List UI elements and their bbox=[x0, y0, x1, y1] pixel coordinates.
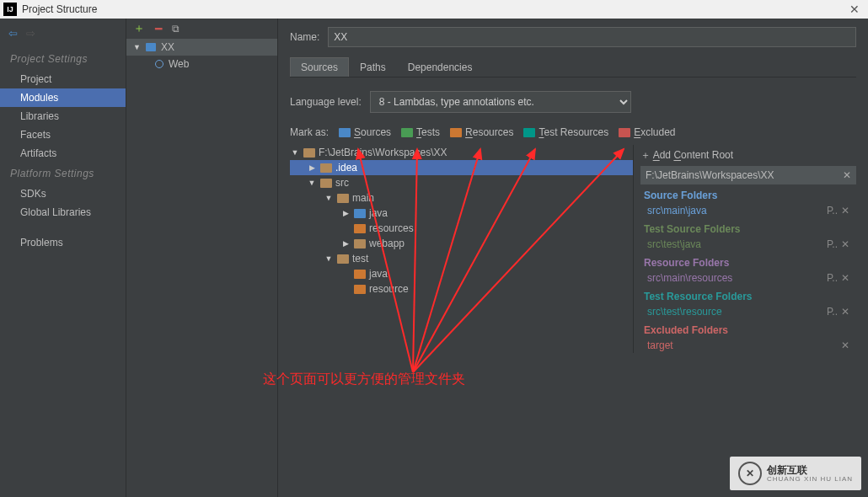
chevron-icon: ▶ bbox=[340, 239, 351, 248]
folder-row[interactable]: ▶java bbox=[290, 206, 633, 221]
mark-as-label: Mark as: bbox=[290, 126, 329, 138]
root-entry[interactable]: src\main\javaP..✕ bbox=[640, 203, 856, 218]
folder-icon bbox=[337, 194, 349, 203]
remove-module-button[interactable]: ━ bbox=[155, 22, 162, 35]
nav-problems[interactable]: Problems bbox=[0, 233, 126, 252]
tab-dependencies[interactable]: Dependencies bbox=[397, 57, 484, 77]
chevron-icon: ▶ bbox=[340, 209, 351, 217]
roots-heading: Source Folders bbox=[640, 184, 856, 203]
remove-entry-button[interactable]: ✕ bbox=[841, 238, 849, 250]
close-button[interactable]: ✕ bbox=[844, 3, 865, 16]
mark-tests[interactable]: Tests bbox=[401, 126, 440, 138]
mark-as-row: Mark as: SourcesTestsResourcesTest Resou… bbox=[290, 126, 856, 138]
folder-row[interactable]: ▶.idea bbox=[290, 160, 633, 175]
titlebar: IJ Project Structure ✕ bbox=[0, 0, 868, 19]
folder-row[interactable]: resource bbox=[290, 281, 633, 297]
folder-icon bbox=[320, 163, 332, 173]
roots-heading: Resource Folders bbox=[640, 252, 856, 270]
chevron-icon: ▼ bbox=[307, 179, 317, 187]
mark-sources[interactable]: Sources bbox=[339, 126, 391, 138]
nav-back-icon[interactable]: ⇦ bbox=[8, 27, 18, 40]
edit-props-button[interactable]: P.. bbox=[827, 272, 838, 284]
app-icon: IJ bbox=[3, 3, 17, 16]
folder-icon bbox=[450, 128, 462, 137]
remove-root-button[interactable]: ✕ bbox=[843, 169, 851, 181]
root-entry[interactable]: target✕ bbox=[640, 338, 856, 353]
root-entry[interactable]: src\test\javaP..✕ bbox=[640, 237, 856, 252]
nav-facets[interactable]: Facets bbox=[0, 126, 126, 144]
folder-label: webapp bbox=[369, 238, 405, 249]
folder-label: resource bbox=[369, 283, 409, 295]
folder-row[interactable]: ▼src bbox=[290, 175, 633, 190]
module-name-input[interactable] bbox=[328, 27, 856, 47]
folder-icon bbox=[337, 254, 349, 264]
module-editor: Name: SourcesPathsDependencies Language … bbox=[278, 19, 868, 497]
folder-icon bbox=[354, 285, 366, 294]
tab-sources[interactable]: Sources bbox=[290, 57, 349, 77]
module-child-web[interactable]: Web bbox=[126, 56, 277, 72]
add-content-root-button[interactable]: ＋ Add Content Root bbox=[640, 145, 856, 166]
remove-entry-button[interactable]: ✕ bbox=[841, 205, 849, 216]
mark-excluded[interactable]: Excluded bbox=[619, 126, 675, 138]
module-root-label: XX bbox=[161, 41, 174, 53]
folder-icon bbox=[303, 148, 315, 158]
folder-icon bbox=[401, 128, 413, 137]
watermark: ✕ 创新互联CHUANG XIN HU LIAN bbox=[730, 457, 861, 490]
folder-row[interactable]: ▼test bbox=[290, 251, 633, 266]
folder-icon bbox=[354, 209, 366, 218]
content-root-path: F:\JetBrains\Workspaces\XX ✕ bbox=[640, 166, 856, 184]
folder-icon bbox=[354, 270, 366, 279]
folder-icon bbox=[354, 224, 366, 233]
folder-label: main bbox=[352, 192, 374, 204]
folder-icon bbox=[523, 128, 535, 137]
mark-test-resources[interactable]: Test Resources bbox=[523, 126, 608, 138]
chevron-icon: ▼ bbox=[324, 194, 334, 202]
web-icon bbox=[155, 60, 163, 68]
chevron-down-icon: ▼ bbox=[290, 148, 300, 157]
remove-entry-button[interactable]: ✕ bbox=[841, 306, 849, 318]
folder-root-label: F:\JetBrains\Workspaces\XX bbox=[319, 147, 447, 158]
nav-global-libraries[interactable]: Global Libraries bbox=[0, 203, 126, 222]
root-entry[interactable]: src\main\resourcesP..✕ bbox=[640, 270, 856, 286]
folder-label: java bbox=[369, 207, 388, 219]
folder-icon bbox=[320, 179, 332, 188]
folder-root[interactable]: ▼ F:\JetBrains\Workspaces\XX bbox=[290, 145, 633, 160]
name-label: Name: bbox=[290, 31, 319, 43]
folder-label: src bbox=[335, 177, 349, 189]
folder-label: java bbox=[369, 268, 388, 280]
folder-label: resources bbox=[369, 222, 414, 234]
tab-paths[interactable]: Paths bbox=[349, 57, 397, 77]
folder-icon bbox=[354, 239, 366, 248]
settings-nav: ⇦ ⇨ Project Settings ProjectModulesLibra… bbox=[0, 19, 126, 497]
folder-row[interactable]: resources bbox=[290, 221, 633, 236]
module-tabs: SourcesPathsDependencies bbox=[290, 57, 856, 77]
nav-modules[interactable]: Modules bbox=[0, 88, 126, 107]
remove-entry-button[interactable]: ✕ bbox=[841, 272, 849, 284]
nav-sdks[interactable]: SDKs bbox=[0, 184, 126, 203]
lang-level-select[interactable]: 8 - Lambdas, type annotations etc. bbox=[370, 91, 631, 113]
root-entry[interactable]: src\test\resourceP..✕ bbox=[640, 304, 856, 319]
folder-tree: ▼ F:\JetBrains\Workspaces\XX ▶.idea▼src▼… bbox=[290, 145, 633, 353]
copy-module-button[interactable]: ⧉ bbox=[172, 23, 179, 35]
nav-project[interactable]: Project bbox=[0, 70, 126, 88]
nav-forward-icon[interactable]: ⇨ bbox=[26, 27, 35, 40]
nav-libraries[interactable]: Libraries bbox=[0, 107, 126, 126]
edit-props-button[interactable]: P.. bbox=[827, 238, 838, 250]
edit-props-button[interactable]: P.. bbox=[827, 306, 838, 318]
folder-row[interactable]: ▼main bbox=[290, 190, 633, 206]
window-title: Project Structure bbox=[22, 3, 844, 15]
folder-row[interactable]: ▶webapp bbox=[290, 236, 633, 251]
remove-entry-button[interactable]: ✕ bbox=[841, 339, 849, 351]
nav-artifacts[interactable]: Artifacts bbox=[0, 144, 126, 163]
roots-heading: Excluded Folders bbox=[640, 319, 856, 338]
lang-level-label: Language level: bbox=[290, 96, 362, 108]
module-root[interactable]: ▼ XX bbox=[126, 39, 277, 56]
mark-resources[interactable]: Resources bbox=[450, 126, 513, 138]
edit-props-button[interactable]: P.. bbox=[827, 205, 838, 216]
folder-icon bbox=[339, 128, 351, 137]
module-icon bbox=[146, 43, 156, 51]
folder-row[interactable]: java bbox=[290, 266, 633, 281]
module-child-label: Web bbox=[169, 58, 189, 70]
roots-heading: Test Resource Folders bbox=[640, 286, 856, 304]
add-module-button[interactable]: ＋ bbox=[133, 21, 145, 36]
